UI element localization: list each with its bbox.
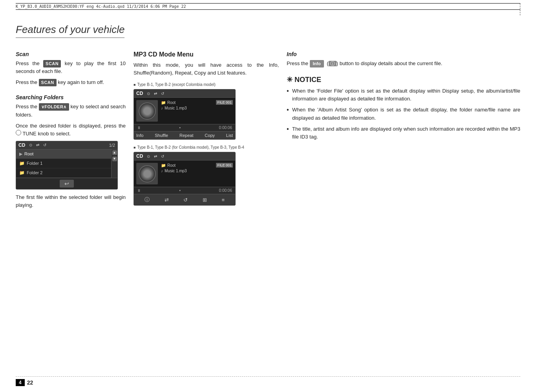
fl-item-folder1[interactable]: 📁 Folder 1 <box>16 159 111 168</box>
cd-song-2: ♪ Music 1.mp3 <box>161 169 233 173</box>
cd-song-1: ♪ Music 1.mp3 <box>161 106 233 110</box>
left-column: Scan Press the SCAN key to play the firs… <box>16 51 126 368</box>
ibar-copy-icon[interactable]: ⊞ <box>203 197 207 203</box>
scan-text4: key again to turn off. <box>58 79 104 85</box>
scan-para1: Press the SCAN key to play the first 10 … <box>16 60 126 75</box>
info-section: Info Press the Info (ⓘ) button to displa… <box>287 51 520 67</box>
icon-bar-2: ⓘ ⇄ ↺ ⊞ ≡ <box>134 194 235 205</box>
ibar-repeat-icon[interactable]: ↺ <box>183 197 188 203</box>
fl-item-folder2[interactable]: 📁 Folder 2 <box>16 168 111 178</box>
ibar-shuffle-icon[interactable]: ⇄ <box>165 197 169 203</box>
menu-info[interactable]: Info <box>136 133 143 138</box>
fl-icon2: ⇄ <box>36 143 39 147</box>
back-btn[interactable]: ↩ <box>60 180 74 188</box>
top-bar: K_YP_B3.0_AUDIO_A9MS2H3E00:YF eng 4c-Aud… <box>16 3 520 10</box>
fl-scrollbar: ▲ ▼ <box>111 150 117 178</box>
fl-folder-label1: Root <box>24 151 33 156</box>
scan-title: Scan <box>16 51 126 57</box>
ibar-info-icon[interactable]: ⓘ <box>145 196 150 203</box>
search-para2: Once the desired folder is displayed, pr… <box>16 122 126 138</box>
cd-song-name-1: Music 1.mp3 <box>165 106 187 110</box>
cd-label-2: CD <box>136 153 143 159</box>
cd-bottom-bar-2: ⏸ • 0:00:06 <box>134 187 235 194</box>
cd-art-2 <box>136 163 158 184</box>
page-container: K_YP_B3.0_AUDIO_A9MS2H3E00:YF eng 4c-Aud… <box>0 0 536 392</box>
type-b1-section: Type B-1, Type B-2 (except Colombia mode… <box>134 82 279 140</box>
cd-label-1: CD <box>136 91 143 96</box>
search-text3: Once the desired folder is displayed, pr… <box>16 123 126 129</box>
cd-dot: • <box>179 126 181 130</box>
searching-folders-title: Searching Folders <box>16 94 126 100</box>
cd-icon-repeat-2: ↺ <box>161 154 164 159</box>
scan-section: Scan Press the SCAN key to play the firs… <box>16 51 126 86</box>
folder-icon-2: 📁 <box>161 163 166 168</box>
cd-folder-name-2: Root <box>167 163 176 168</box>
cd-icon-repeat: ↺ <box>161 91 164 96</box>
fl-topbar: CD ⊙ ⇄ ↺ 1/2 <box>16 141 117 150</box>
cd-icon-tune: ⊙ <box>147 91 150 96</box>
fl-folder-icon1: ▶ <box>19 151 22 157</box>
notice-item-3: The title, artist and album info are dis… <box>287 125 520 141</box>
cd-bottom-bar-1: ⏸ • 0:00:06 <box>134 124 235 131</box>
fl-list: ▶ Root 📁 Folder 1 📁 Folder 2 <box>16 150 111 178</box>
cd-info-2: 📁 Root FILE 001 ♪ Music 1.mp3 <box>161 163 233 184</box>
cd-ui-box-2: CD ⊙ ⇄ ↺ 📁 Root FILE 001 <box>134 152 236 206</box>
searching-folders-section: Searching Folders Press the ∨FOLDER∧ key… <box>16 94 126 209</box>
fl-folder-label3: Folder 2 <box>27 170 42 175</box>
page-header: Features of your vehicle <box>16 24 520 38</box>
mid-column: MP3 CD Mode Menu Within this mode, you w… <box>134 51 279 368</box>
cd-time-2: 0:00:06 <box>219 188 232 193</box>
folder-caption: The first file within the selected folde… <box>16 193 126 209</box>
menu-repeat[interactable]: Repeat <box>179 133 193 138</box>
cd-pause-icon: ⏸ <box>137 126 141 130</box>
right-column: Info Press the Info (ⓘ) button to displa… <box>287 51 520 368</box>
notice-box: ✳ NOTICE When the 'Folder File' option i… <box>287 75 520 141</box>
ibar-list-icon[interactable]: ≡ <box>222 197 225 203</box>
search-text1: Press the <box>16 104 37 109</box>
scan-btn2: SCAN <box>39 79 57 86</box>
page-footer: 4 22 <box>16 376 520 386</box>
cd-topbar-2: CD ⊙ ⇄ ↺ <box>134 152 235 160</box>
cd-folder-1: 📁 Root FILE 001 <box>161 100 233 105</box>
cd-icon-shuffle-2: ⇄ <box>154 154 157 159</box>
folder-list-ui: CD ⊙ ⇄ ↺ 1/2 ▶ Root 📁 <box>16 141 118 190</box>
fl-page: 1/2 <box>109 143 115 148</box>
type-b2-section: Type B-1, Type B-2 (for Colombia model),… <box>134 145 279 206</box>
type-b2-label: Type B-1, Type B-2 (for Colombia model),… <box>134 145 279 150</box>
mp3-menu-section: MP3 CD Mode Menu Within this mode, you w… <box>134 51 279 77</box>
cd-folder-name-1: Root <box>167 100 176 105</box>
main-content: Scan Press the SCAN key to play the firs… <box>16 51 520 368</box>
scan-para2: Press the SCAN key again to turn off. <box>16 78 126 86</box>
fl-icon3: ↺ <box>43 143 46 147</box>
searching-folders-body: Press the ∨FOLDER∧ key to select and sea… <box>16 103 126 138</box>
folder-icon-1: 📁 <box>161 100 166 105</box>
fl-footer: ↩ <box>16 178 117 189</box>
cd-dot-2: • <box>179 188 181 193</box>
menu-list[interactable]: List <box>226 133 233 138</box>
fl-folder-label2: Folder 1 <box>27 161 42 166</box>
cd-art-1 <box>136 100 158 122</box>
fl-cd-label: CD <box>18 142 25 148</box>
scroll-down-btn[interactable]: ▼ <box>112 157 117 161</box>
fl-item-root[interactable]: ▶ Root <box>16 150 111 159</box>
scroll-up-btn[interactable]: ▲ <box>112 150 117 155</box>
page-title: Features of your vehicle <box>16 24 124 38</box>
info-title: Info <box>287 51 520 57</box>
search-para1: Press the ∨FOLDER∧ key to select and sea… <box>16 103 126 119</box>
cd-icon-shuffle: ⇄ <box>154 91 157 96</box>
notice-title: ✳ NOTICE <box>287 75 520 84</box>
scan-btn1: SCAN <box>43 60 61 67</box>
info-button: Info <box>310 60 324 67</box>
menu-shuffle[interactable]: Shuffle <box>155 133 168 138</box>
menu-copy[interactable]: Copy <box>205 133 215 138</box>
file-badge-2: FILE 001 <box>216 163 233 168</box>
info-text1: Press the <box>287 60 308 66</box>
scan-text1: Press the <box>16 60 40 66</box>
cd-pause-icon-2: ⏸ <box>137 188 141 193</box>
scan-body: Press the SCAN key to play the first 10 … <box>16 60 126 86</box>
type-b1-label: Type B-1, Type B-2 (except Colombia mode… <box>134 82 279 87</box>
cd-ui-body-2: 📁 Root FILE 001 ♪ Music 1.mp3 <box>134 160 235 187</box>
page-num-black: 4 <box>16 379 25 386</box>
search-text4: TUNE knob to select. <box>22 131 71 137</box>
file-badge-1: FILE 001 <box>216 100 233 105</box>
